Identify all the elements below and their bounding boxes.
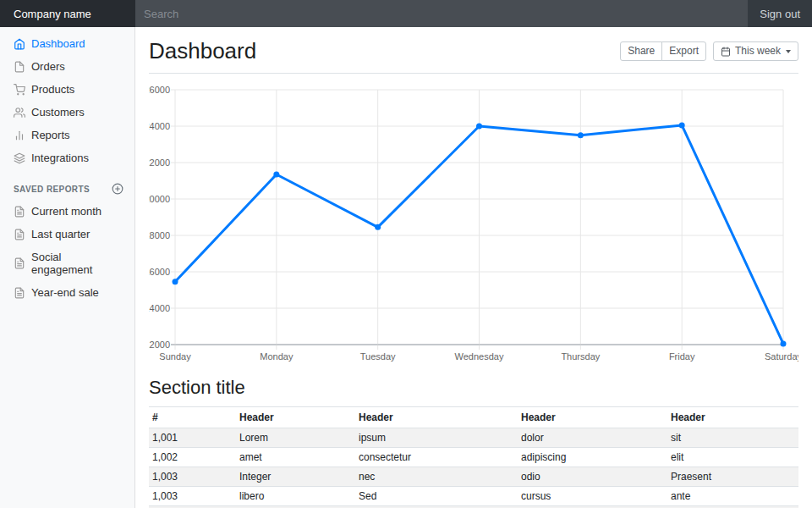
svg-text:Friday: Friday [669, 351, 695, 362]
table-row: 1,002 amet consectetur adipiscing elit [149, 448, 798, 467]
svg-text:Wednesday: Wednesday [455, 351, 504, 362]
shopping-cart-icon [14, 84, 25, 96]
sidebar-item-label: Orders [31, 60, 65, 73]
svg-text:Monday: Monday [260, 351, 294, 362]
svg-text:18000: 18000 [149, 230, 170, 240]
sidebar-item-year-end-sale[interactable]: Year-end sale [0, 281, 135, 304]
svg-text:Saturday: Saturday [765, 351, 798, 362]
week-dropdown-button[interactable]: This week [713, 41, 798, 61]
table-cell: 1,003 [149, 467, 236, 487]
page-title: Dashboard [149, 38, 256, 64]
export-button[interactable]: Export [661, 41, 706, 61]
top-navbar: Company name Sign out [0, 0, 812, 27]
table-cell: adipiscing [518, 448, 667, 467]
table-cell: Integer [236, 467, 355, 487]
table-cell: Sed [355, 487, 518, 506]
table-cell: dolor [518, 428, 667, 448]
table-cell: nec [355, 467, 518, 487]
svg-text:Tuesday: Tuesday [360, 351, 396, 362]
weekly-traffic-line-chart: 2600024000220002000018000160001400012000… [149, 82, 798, 365]
sidebar: Dashboard Orders Products Customers Repo… [0, 27, 135, 508]
table-cell: Praesent [667, 467, 798, 487]
users-icon [14, 107, 25, 119]
file-text-icon [14, 287, 25, 299]
plus-circle-icon[interactable] [112, 183, 123, 195]
sidebar-item-current-month[interactable]: Current month [0, 200, 135, 223]
calendar-icon [721, 47, 731, 57]
table-cell: odio [518, 467, 667, 487]
search-wrap [135, 0, 748, 27]
table-cell: consectetur [355, 448, 518, 467]
sidebar-item-label: Integrations [31, 152, 89, 164]
file-text-icon [14, 229, 25, 240]
layers-icon [14, 152, 25, 164]
table-header-cell: Header [355, 407, 518, 428]
table-cell: ipsum [355, 428, 518, 448]
file-text-icon [14, 206, 25, 218]
data-table: # Header Header Header Header 1,001 Lore… [149, 406, 798, 508]
table-cell: 1,002 [149, 448, 236, 467]
brand[interactable]: Company name [0, 0, 135, 27]
saved-reports-heading-label: Saved reports [14, 185, 90, 194]
sidebar-item-reports[interactable]: Reports [0, 124, 135, 146]
svg-text:Thursday: Thursday [561, 351, 600, 362]
file-icon [14, 61, 25, 73]
table-cell: cursus [518, 487, 667, 506]
share-export-group: Share Export [620, 41, 706, 61]
sidebar-item-label: Last quarter [31, 228, 90, 240]
sidebar-item-label: Customers [31, 106, 85, 119]
main-content: Dashboard Share Export This week 2600024… [135, 27, 812, 508]
table-header-cell: Header [518, 407, 667, 428]
sidebar-item-label: Social engagement [31, 251, 122, 276]
svg-text:22000: 22000 [149, 157, 170, 168]
table-cell: libero [236, 487, 355, 506]
table-row: 1,003 Integer nec odio Praesent [149, 467, 798, 487]
table-row: 1,001 Lorem ipsum dolor sit [149, 428, 798, 448]
table-row: 1,003 libero Sed cursus ante [149, 487, 798, 506]
sidebar-item-integrations[interactable]: Integrations [0, 146, 135, 169]
svg-text:26000: 26000 [149, 85, 170, 95]
sidebar-item-label: Year-end sale [31, 286, 99, 299]
file-text-icon [14, 257, 25, 269]
chevron-down-icon [786, 50, 791, 53]
search-input[interactable] [135, 0, 748, 27]
sidebar-item-label: Products [31, 83, 74, 96]
table-cell: Lorem [236, 428, 355, 448]
svg-text:16000: 16000 [149, 267, 170, 277]
sidebar-item-social-engagement[interactable]: Social engagement [0, 246, 135, 281]
saved-reports-heading: Saved reports [0, 169, 135, 200]
sidebar-item-dashboard[interactable]: Dashboard [0, 32, 135, 55]
table-cell: ante [667, 487, 798, 506]
table-header-row: # Header Header Header Header [149, 407, 798, 428]
sidebar-item-products[interactable]: Products [0, 78, 135, 101]
sidebar-item-customers[interactable]: Customers [0, 101, 135, 124]
table-cell: 1,003 [149, 487, 236, 506]
table-cell: amet [236, 448, 355, 467]
table-header-cell: Header [667, 407, 798, 428]
sidebar-item-label: Reports [31, 129, 70, 141]
svg-text:12000: 12000 [149, 340, 170, 350]
sidebar-item-label: Current month [31, 205, 102, 218]
svg-text:24000: 24000 [149, 121, 170, 131]
table-cell: 1,001 [149, 428, 236, 448]
svg-text:Sunday: Sunday [159, 351, 191, 362]
week-dropdown-label: This week [735, 46, 781, 57]
table-header-cell: Header [236, 407, 355, 428]
page-header: Dashboard Share Export This week [149, 27, 798, 74]
sidebar-item-label: Dashboard [31, 37, 85, 50]
share-button[interactable]: Share [620, 41, 662, 61]
section-title: Section title [149, 377, 798, 399]
sidebar-item-orders[interactable]: Orders [0, 55, 135, 78]
table-cell: elit [667, 448, 798, 467]
bar-chart-icon [14, 130, 25, 141]
sign-out-link[interactable]: Sign out [748, 0, 812, 27]
table-header-cell: # [149, 407, 236, 428]
sidebar-item-last-quarter[interactable]: Last quarter [0, 223, 135, 246]
toolbar: Share Export This week [620, 41, 798, 61]
home-icon [14, 38, 25, 50]
svg-text:20000: 20000 [149, 194, 170, 204]
table-cell: sit [667, 428, 798, 448]
svg-text:14000: 14000 [149, 303, 170, 313]
chart-area: 2600024000220002000018000160001400012000… [149, 82, 798, 365]
